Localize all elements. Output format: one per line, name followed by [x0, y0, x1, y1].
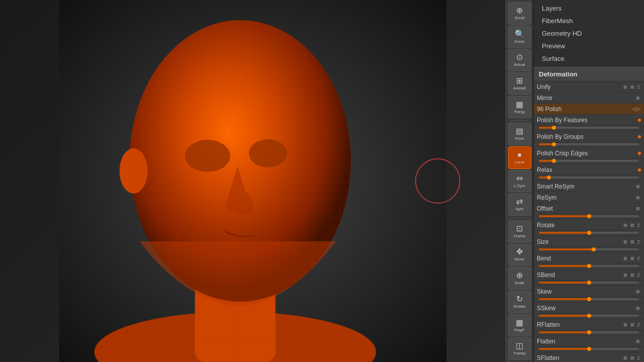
- deform-item-skew[interactable]: Skew⊠: [534, 286, 644, 297]
- slider-thumb-polish_crisp_edges[interactable]: [552, 159, 556, 163]
- tool-btn-persp[interactable]: ▦Persp: [508, 96, 531, 119]
- tool-btn-rotate[interactable]: ↻Rotate: [508, 291, 531, 313]
- slider-thumb-size[interactable]: [592, 247, 596, 251]
- deform-item-sflatten[interactable]: SFlatten⊠⊠Z: [534, 352, 644, 362]
- slider-track-offset[interactable]: [539, 215, 639, 217]
- deform-item-offset[interactable]: Offset⊠: [534, 203, 644, 214]
- slider-thumb-bend[interactable]: [587, 264, 591, 268]
- deform-item-resym[interactable]: ReSym⊠: [534, 192, 644, 203]
- slider-track-sbend[interactable]: [539, 282, 639, 284]
- menu-item-preview[interactable]: Preview: [538, 40, 640, 52]
- icon-rflatten[interactable]: ⊠: [622, 322, 628, 328]
- tool-btn-sym[interactable]: ⇄Sym: [508, 193, 531, 216]
- tool-btn-zoom[interactable]: 🔍Zoom: [508, 26, 531, 48]
- icon-size[interactable]: Z: [636, 239, 641, 245]
- deform-item-polish_crisp_edges[interactable]: Polish Crisp Edges: [534, 148, 644, 159]
- slider-row-sskew[interactable]: [534, 314, 644, 319]
- icon-sskew[interactable]: ⊠: [635, 305, 641, 311]
- deform-item-polish_by_features[interactable]: Polish By Features: [534, 115, 644, 126]
- tool-btn-polyf[interactable]: ▦PolyF: [508, 314, 531, 337]
- icon-flatten[interactable]: ⊠: [635, 338, 641, 344]
- tool-btn-move[interactable]: ✥Move: [508, 244, 531, 266]
- slider-track-rflatten[interactable]: [539, 331, 639, 333]
- slider-row-rflatten[interactable]: [534, 330, 644, 336]
- slider-track-skew[interactable]: [539, 298, 639, 300]
- tool-btn-aahalf[interactable]: ⊞AAHalf: [508, 72, 531, 95]
- deform-item-size[interactable]: Size⊠⊠Z: [534, 236, 644, 247]
- tool-btn-lsym[interactable]: ⇔L.Sym: [508, 170, 531, 193]
- slider-track-size[interactable]: [539, 248, 639, 250]
- deform-item-smart_resym[interactable]: Smart ReSym⊠: [534, 181, 644, 192]
- deform-item-rflatten[interactable]: RFlatten⊠⊠Z: [534, 319, 644, 330]
- icon-size[interactable]: ⊠: [622, 239, 628, 245]
- icon-skew[interactable]: ⊠: [635, 289, 641, 295]
- slider-thumb-relax[interactable]: [547, 175, 551, 179]
- icon-resym[interactable]: ⊠: [635, 195, 641, 201]
- arrow-right[interactable]: ▷: [637, 106, 641, 112]
- deform-item-mirror[interactable]: Mirror⊠: [534, 93, 644, 104]
- slider-row-polish_by_groups[interactable]: [534, 142, 644, 148]
- icon-unify[interactable]: Z: [636, 84, 641, 90]
- deform-item-unify[interactable]: Unify⊠⊠Z: [534, 81, 644, 93]
- deform-item-sbend[interactable]: SBend⊠⊠Z: [534, 269, 644, 281]
- slider-thumb-rotate[interactable]: [587, 231, 591, 235]
- slider-row-skew[interactable]: [534, 297, 644, 303]
- tool-btn-floor[interactable]: ▤Floor: [508, 123, 531, 145]
- deform-item-flatten[interactable]: Flatten⊠: [534, 336, 644, 347]
- tool-btn-local[interactable]: ●Local: [508, 146, 531, 169]
- icon-size[interactable]: ⊠: [629, 239, 635, 245]
- deform-arrows-polish[interactable]: ◁▷: [632, 106, 641, 112]
- icon-bend[interactable]: ⊠: [622, 255, 628, 261]
- slider-row-sbend[interactable]: [534, 281, 644, 286]
- slider-row-polish_by_features[interactable]: [534, 126, 644, 131]
- icon-bend[interactable]: Z: [636, 255, 641, 261]
- icon-mirror[interactable]: ⊠: [635, 95, 641, 101]
- deform-item-polish[interactable]: 96 Polish◁▷: [534, 104, 644, 115]
- icon-rotate[interactable]: ⊠: [622, 222, 628, 228]
- icon-offset[interactable]: ⊠: [635, 206, 641, 212]
- slider-thumb-rflatten[interactable]: [587, 330, 591, 334]
- deform-item-rotate[interactable]: Rotate⊠⊠Z: [534, 220, 644, 231]
- menu-item-surface[interactable]: Surface: [538, 52, 640, 65]
- icon-sflatten[interactable]: ⊠: [629, 355, 635, 361]
- menu-item-fibermesh[interactable]: FiberMesh: [538, 15, 640, 27]
- tool-btn-transp[interactable]: ◫Transp: [508, 337, 531, 360]
- slider-thumb-offset[interactable]: [587, 214, 591, 218]
- icon-sbend[interactable]: ⊠: [629, 272, 635, 278]
- slider-row-rotate[interactable]: [534, 231, 644, 236]
- main-viewport[interactable]: [0, 0, 506, 362]
- slider-row-relax[interactable]: [534, 175, 644, 181]
- slider-thumb-flatten[interactable]: [587, 347, 591, 351]
- deform-item-polish_by_groups[interactable]: Polish By Groups: [534, 131, 644, 142]
- icon-bend[interactable]: ⊠: [629, 255, 635, 261]
- slider-track-polish_crisp_edges[interactable]: [539, 160, 639, 162]
- icon-smart_resym[interactable]: ⊠: [635, 184, 641, 190]
- slider-track-relax[interactable]: [539, 176, 639, 178]
- tool-btn-scale[interactable]: ⊕Scale: [508, 267, 531, 290]
- menu-item-geometry_hd[interactable]: Geometry HD: [538, 27, 640, 40]
- icon-unify[interactable]: ⊠: [629, 84, 635, 90]
- icon-rotate[interactable]: ⊠: [629, 222, 635, 228]
- deform-item-bend[interactable]: Bend⊠⊠Z: [534, 253, 644, 264]
- slider-row-polish_crisp_edges[interactable]: [534, 159, 644, 164]
- slider-track-bend[interactable]: [539, 265, 639, 267]
- slider-track-sskew[interactable]: [539, 315, 639, 317]
- slider-row-flatten[interactable]: [534, 347, 644, 352]
- icon-sbend[interactable]: Z: [636, 272, 641, 278]
- deform-item-relax[interactable]: Relax: [534, 164, 644, 175]
- icon-rotate[interactable]: Z: [636, 222, 641, 228]
- icon-unify[interactable]: ⊠: [622, 84, 628, 90]
- slider-thumb-polish_by_features[interactable]: [552, 126, 556, 130]
- icon-sbend[interactable]: ⊠: [622, 272, 628, 278]
- tool-btn-actual[interactable]: ⊙Actual: [508, 49, 531, 71]
- slider-thumb-skew[interactable]: [587, 297, 591, 301]
- slider-row-size[interactable]: [534, 247, 644, 253]
- slider-row-bend[interactable]: [534, 264, 644, 269]
- slider-thumb-sskew[interactable]: [587, 314, 591, 318]
- icon-sflatten[interactable]: ⊠: [622, 355, 628, 361]
- menu-item-layers[interactable]: Layers: [538, 2, 640, 15]
- tool-btn-frame[interactable]: ⊡Frame: [508, 220, 531, 243]
- slider-track-polish_by_groups[interactable]: [539, 143, 639, 145]
- tool-btn-scroll[interactable]: ⊕Scroll: [508, 2, 531, 25]
- slider-thumb-polish_by_groups[interactable]: [552, 142, 556, 146]
